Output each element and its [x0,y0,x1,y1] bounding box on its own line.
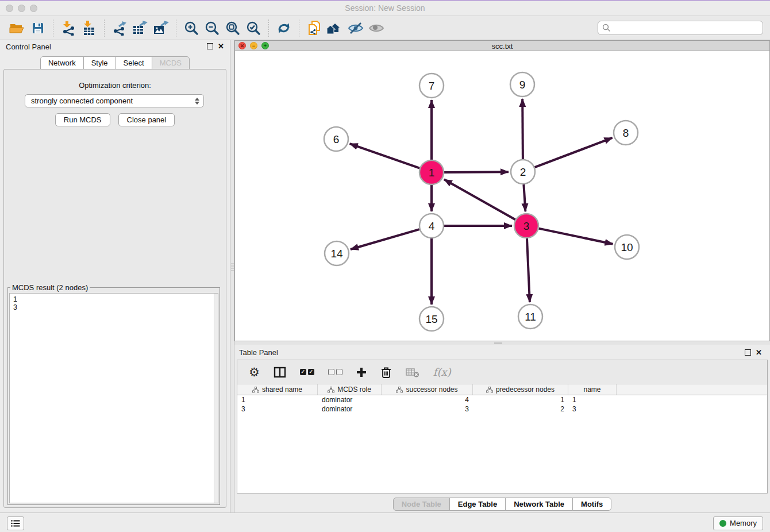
mcds-result-box[interactable]: 1 3 [9,293,218,503]
table-cell[interactable]: dominator [318,404,382,414]
select-all-button[interactable]: ✓ ✓ [300,369,314,375]
graph-edge-2-8[interactable] [535,138,613,167]
export-network-button[interactable] [109,19,130,37]
table-cell[interactable]: 3 [382,404,473,414]
close-panel-icon[interactable]: ✕ [756,349,762,356]
panel-splitter-vertical[interactable] [230,40,234,512]
export-image-button[interactable] [151,19,171,37]
float-panel-icon[interactable] [745,349,751,356]
graph-edge-3-11[interactable] [527,238,530,302]
import-table-button[interactable] [79,19,99,37]
apply-layout-button[interactable] [274,19,294,37]
graph-node-8[interactable]: 8 [614,121,638,145]
table-cell[interactable]: 1 [473,395,568,404]
graph-node-3[interactable]: 3 [514,214,538,238]
zoom-in-icon [184,21,199,36]
network-graph: 7968124314101511 [235,51,769,341]
memory-button[interactable]: Memory [713,516,763,530]
graph-node-label: 9 [519,79,526,91]
table-cell[interactable]: 1 [568,395,617,404]
zoom-out-icon [205,21,220,36]
graph-edge-3-1[interactable] [444,179,515,219]
hide-panel-button[interactable] [345,19,366,37]
graph-edge-1-2[interactable] [444,172,509,172]
zoom-in-button[interactable] [181,19,202,37]
tab-mcds[interactable]: MCDS [152,56,190,70]
network-canvas[interactable]: 7968124314101511 [235,51,769,341]
add-column-button[interactable] [356,367,367,377]
result-scrollbar[interactable] [214,294,218,503]
optimization-criterion-select[interactable]: strongly connected component [25,94,204,107]
column-header-predecessor-nodes[interactable]: predecessor nodes [473,384,568,395]
table-cell[interactable]: 4 [382,395,473,404]
table-row[interactable]: 3dominator323 [237,404,767,414]
column-header-shared-name[interactable]: shared name [237,384,318,395]
tab-style[interactable]: Style [83,56,116,70]
import-network-button[interactable] [58,19,79,37]
graph-node-7[interactable]: 7 [419,74,444,98]
graph-edge-3-10[interactable] [539,229,613,244]
close-panel-icon[interactable]: ✕ [218,43,224,49]
graph-node-14[interactable]: 14 [325,241,349,265]
delete-table-button[interactable] [406,367,419,378]
run-mcds-button[interactable]: Run MCDS [55,113,110,126]
save-session-button[interactable] [28,19,48,37]
zoom-fit-button[interactable] [222,19,243,37]
graph-edge-1-6[interactable] [350,144,420,168]
deselect-all-button[interactable] [328,369,342,375]
column-header-successor-nodes[interactable]: successor nodes [382,384,473,395]
table-cell[interactable]: 3 [568,404,617,414]
graph-node-4[interactable]: 4 [419,214,444,238]
column-visibility-button[interactable] [274,367,286,378]
function-builder-button[interactable]: f(x) [433,366,451,378]
table-panel-title: Table Panel [239,348,278,357]
column-header-mcds-role[interactable]: MCDS role [318,384,382,395]
graph-edge-4-14[interactable] [351,229,419,249]
main-toolbar [0,16,770,40]
toolbar-separator [104,20,105,37]
memory-status-icon [719,520,726,527]
home-button[interactable] [325,19,345,37]
table-cell[interactable]: dominator [318,395,382,404]
graph-node-15[interactable]: 15 [419,307,444,331]
zoom-out-button[interactable] [202,19,222,37]
control-panel-title: Control Panel [6,43,51,51]
table-cell[interactable]: 3 [237,404,318,414]
tab-network[interactable]: Network [40,56,84,70]
delete-column-button[interactable] [380,366,392,379]
graph-node-11[interactable]: 11 [518,304,542,329]
tab-motifs[interactable]: Motifs [572,498,611,511]
eye-slash-icon [348,21,364,35]
tab-node-table[interactable]: Node Table [393,498,450,511]
open-session-button[interactable] [7,19,28,37]
graph-edge-2-9[interactable] [522,99,523,159]
table-cell[interactable]: 1 [237,395,318,404]
task-history-button[interactable] [7,516,24,530]
tab-network-table[interactable]: Network Table [505,498,573,511]
search-field[interactable] [598,21,763,35]
graph-node-1[interactable]: 1 [419,160,444,184]
graph-node-10[interactable]: 10 [615,235,639,259]
tab-edge-table[interactable]: Edge Table [449,498,506,511]
graph-node-9[interactable]: 9 [510,72,534,97]
show-panel-button[interactable] [366,19,387,37]
table-settings-button[interactable]: ⚙ [249,367,260,378]
network-window-title: scc.txt [235,42,769,51]
table-cell[interactable]: 2 [473,404,568,414]
tab-select[interactable]: Select [116,56,152,70]
memory-label: Memory [730,519,757,527]
graph-edge-2-3[interactable] [523,184,525,211]
table-row[interactable]: 1dominator411 [237,395,767,404]
graph-node-2[interactable]: 2 [511,160,535,184]
network-window-titlebar[interactable]: ✕ − + scc.txt [235,41,769,51]
search-input[interactable] [611,24,759,32]
zoom-selected-button[interactable] [243,19,264,37]
float-panel-icon[interactable] [207,43,213,49]
graph-node-6[interactable]: 6 [324,127,348,151]
export-table-button[interactable] [130,19,151,37]
plus-icon [356,367,367,377]
column-header-name[interactable]: name [568,384,617,395]
clone-network-button[interactable] [304,19,325,37]
toolbar-separator [268,20,269,37]
close-panel-button[interactable]: Close panel [118,113,175,126]
